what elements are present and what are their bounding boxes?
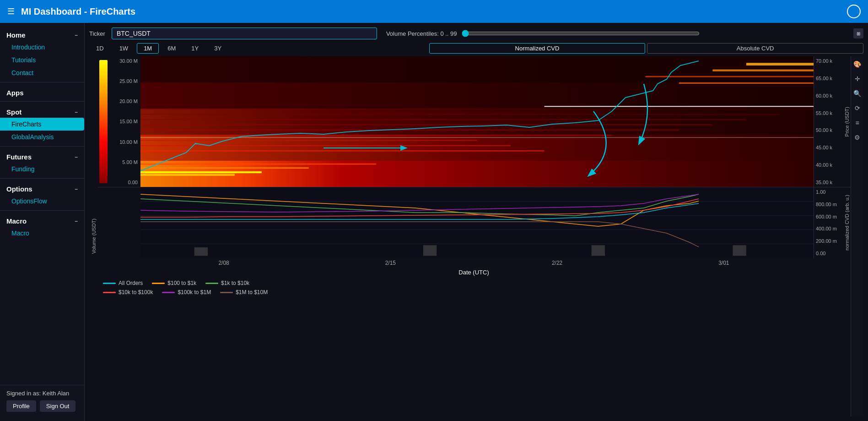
cvd-val-0: 0.00 — [816, 251, 841, 256]
cvd-y-axis-spacer — [108, 187, 140, 258]
spot-label: Spot — [6, 108, 22, 116]
sidebar-item-macro[interactable]: Macro — [0, 227, 84, 240]
futures-collapse-icon[interactable]: − — [75, 154, 78, 160]
y-val-30: 30.00 M — [111, 58, 138, 64]
cvd-y-spacer — [98, 187, 108, 258]
ticker-input[interactable] — [112, 27, 377, 39]
date-208: 2/08 — [218, 260, 229, 266]
sidebar-macro-header: Macro − — [0, 213, 84, 227]
right-toolbar: 🎨 ✛ 🔍 ⟳ ≡ ⚙ — [851, 56, 863, 416]
futures-label: Futures — [6, 153, 32, 161]
svg-rect-14 — [140, 130, 679, 131]
sidebar-apps-header: Apps — [0, 85, 84, 98]
svg-rect-9 — [140, 164, 376, 165]
home-collapse-icon[interactable]: − — [75, 32, 78, 38]
svg-rect-2 — [140, 135, 814, 161]
time-btn-1w[interactable]: 1W — [113, 43, 135, 54]
volume-label: Volume Percentiles: 0 .. 99 — [386, 30, 457, 37]
svg-rect-10 — [140, 150, 545, 151]
time-btn-3y[interactable]: 3Y — [207, 43, 228, 54]
y-val-15: 15.00 M — [111, 119, 138, 124]
y-val-5: 5.00 M — [111, 159, 138, 165]
svg-rect-18 — [140, 109, 814, 109]
sidebar-item-contact[interactable]: Contact — [0, 66, 84, 79]
crosshair-icon[interactable]: ✛ — [852, 74, 863, 84]
time-btn-1y[interactable]: 1Y — [184, 43, 205, 54]
volume-slider[interactable] — [462, 30, 700, 37]
cvd-val-200m: 200.00 m — [816, 238, 841, 244]
svg-rect-19 — [645, 76, 814, 77]
macro-collapse-icon[interactable]: − — [75, 218, 78, 224]
palette-icon[interactable]: 🎨 — [852, 59, 863, 69]
cvd-btn-absolute[interactable]: Absolute CVD — [647, 43, 863, 54]
y-val-0: 0.00 — [111, 180, 138, 185]
svg-rect-12 — [140, 140, 477, 141]
legend-all-orders: All Orders — [103, 280, 143, 286]
cvd-row: 1.00 800.00 m 600.00 m 400.00 m 200.00 m… — [98, 187, 851, 258]
cvd-val-800m: 800.00 m — [816, 202, 841, 207]
price-val-40k: 40.00 k — [816, 162, 841, 168]
svg-rect-34 — [733, 245, 746, 256]
sidebar-options-header: Options − — [0, 181, 84, 195]
menu-icon[interactable]: ☰ — [7, 6, 15, 16]
svg-rect-32 — [423, 245, 437, 256]
heatmap-canvas[interactable] — [140, 56, 814, 187]
sidebar-item-globalanalysis[interactable]: GlobalAnalysis — [0, 131, 84, 143]
time-btn-1m[interactable]: 1M — [137, 43, 159, 54]
sidebar-item-tutorials[interactable]: Tutorials — [0, 54, 84, 66]
sign-out-button[interactable]: Sign Out — [40, 400, 76, 412]
sidebar-item-introduction[interactable]: Introduction — [0, 41, 84, 54]
legend-1k-10k: $1k to $10k — [205, 280, 249, 286]
settings-icon[interactable]: ⚙ — [852, 132, 863, 142]
chart-main-wrapper: 30.00 M 25.00 M 20.00 M 15.00 M 10.00 M … — [98, 56, 851, 416]
profile-button[interactable]: Profile — [6, 400, 36, 412]
svg-rect-8 — [140, 167, 309, 169]
price-val-35k: 35.00 k — [816, 180, 841, 185]
price-val-45k: 45.00 k — [816, 145, 841, 150]
legend-label-1k-10k: $1k to $10k — [221, 280, 249, 286]
layers-icon[interactable]: ≡ — [852, 118, 863, 128]
cvd-val-400m: 400.00 m — [816, 226, 841, 231]
time-btn-1d[interactable]: 1D — [89, 43, 111, 54]
y-axis-volume: 30.00 M 25.00 M 20.00 M 15.00 M 10.00 M … — [108, 56, 140, 187]
zoom-icon[interactable]: 🔍 — [852, 88, 863, 98]
date-axis-label: Date (UTC) — [458, 269, 489, 276]
reset-icon[interactable]: ⟳ — [852, 103, 863, 113]
cvd-axis-label: normalized CVD (arb. u.) — [844, 195, 850, 251]
cvd-val-600m: 600.00 m — [816, 214, 841, 219]
cvd-right-axis: 1.00 800.00 m 600.00 m 400.00 m 200.00 m… — [814, 187, 843, 258]
legend-line-1m-10m — [220, 292, 233, 293]
legend-row-2: $10k to $100k $100k to $1M $1M to $10M — [103, 289, 846, 295]
spot-collapse-icon[interactable]: − — [75, 109, 78, 115]
sidebar-item-optionsflow[interactable]: OptionsFlow — [0, 195, 84, 208]
sidebar-item-firecharts[interactable]: FireCharts — [0, 118, 84, 131]
color-bar-container — [98, 56, 108, 187]
legend-line-all-orders — [103, 283, 116, 284]
cvd-canvas — [140, 187, 814, 258]
apps-label: Apps — [6, 89, 24, 97]
settings-icon[interactable]: ⊞ — [853, 28, 863, 38]
legend-line-100-1k — [152, 283, 165, 284]
y-val-25: 25.00 M — [111, 78, 138, 84]
cvd-btn-normalized[interactable]: Normalized CVD — [429, 43, 646, 54]
price-val-55k: 55.00 k — [816, 110, 841, 116]
time-row: 1D 1W 1M 6M 1Y 3Y Normalized CVD Absolut… — [89, 43, 863, 54]
header-title: MI Dashboard - FireCharts — [21, 6, 135, 17]
main-layout: Home − Introduction Tutorials Contact Ap… — [0, 23, 868, 421]
sidebar-item-funding[interactable]: Funding — [0, 163, 84, 175]
sidebar: Home − Introduction Tutorials Contact Ap… — [0, 23, 85, 421]
svg-rect-11 — [140, 145, 511, 146]
options-collapse-icon[interactable]: − — [75, 186, 78, 192]
cvd-val-1: 1.00 — [816, 189, 841, 195]
svg-rect-24 — [140, 137, 814, 138]
toolbar-row: Ticker Volume Percentiles: 0 .. 99 ⊞ — [89, 27, 863, 39]
time-btn-6m[interactable]: 6M — [161, 43, 183, 54]
svg-rect-31 — [194, 247, 208, 256]
volume-axis-label: Volume (USDT) — [91, 217, 97, 256]
user-circle-icon[interactable] — [847, 5, 861, 18]
svg-rect-6 — [140, 171, 262, 173]
content-area: Ticker Volume Percentiles: 0 .. 99 ⊞ 1D … — [85, 23, 868, 421]
cvd-label-container: normalized CVD (arb. u.) — [843, 187, 851, 258]
svg-rect-13 — [140, 135, 612, 136]
heatmap-svg — [140, 56, 814, 187]
